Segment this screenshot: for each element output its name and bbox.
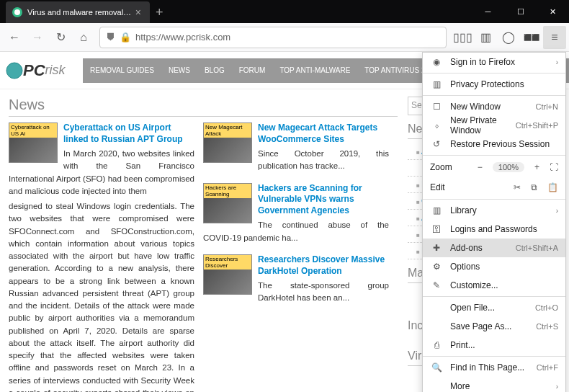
menu-new-private[interactable]: ⬨New Private WindowCtrl+Shift+P xyxy=(423,116,565,135)
article-image[interactable]: Cyberattack on US Ai xyxy=(9,122,58,163)
window-titlebar: Virus and malware removal ins × + ─ ☐ ✕ xyxy=(0,0,569,23)
home-button[interactable]: ⌂ xyxy=(72,26,95,49)
shield-icon[interactable]: ⛊ xyxy=(106,32,115,43)
account-icon: ◉ xyxy=(430,57,443,67)
window-controls: ─ ☐ ✕ xyxy=(472,0,569,23)
logo-icon xyxy=(6,62,23,79)
menu-zoom-row: Zoom−100%+⛶ xyxy=(423,157,565,177)
print-icon: ⎙ xyxy=(430,340,443,350)
dashboard-icon: ▥ xyxy=(430,79,443,89)
menu-separator xyxy=(423,73,565,74)
chevron-right-icon: › xyxy=(556,58,558,66)
shortcut: Ctrl+Shift+A xyxy=(516,244,558,252)
lock-icon[interactable]: 🔒 xyxy=(120,32,131,43)
copy-button[interactable]: ⧉ xyxy=(531,182,537,192)
menu-privacy[interactable]: ▥Privacy Protections xyxy=(423,75,565,94)
image-caption: Researchers Discover xyxy=(204,255,251,270)
image-caption: Cyberattack on US Ai xyxy=(9,123,57,138)
menu-more[interactable]: More› xyxy=(423,377,565,392)
back-button[interactable]: ← xyxy=(3,26,26,49)
firefox-app-menu: ◉Sign in to Firefox› ▥Privacy Protection… xyxy=(422,52,566,392)
menu-separator xyxy=(423,155,565,156)
zoom-in-button[interactable]: + xyxy=(534,162,539,172)
menu-open-file[interactable]: Open File...Ctrl+O xyxy=(423,298,565,317)
new-tab-button[interactable]: + xyxy=(150,1,169,23)
svg-point-2 xyxy=(6,63,22,79)
zoom-value: 100% xyxy=(493,162,524,172)
shortcut: Ctrl+O xyxy=(535,303,558,312)
browser-tab[interactable]: Virus and malware removal ins × xyxy=(6,1,150,23)
account-icon[interactable]: ◯ xyxy=(497,26,520,49)
logo-text-risk: risk xyxy=(45,63,66,78)
menu-addons[interactable]: ✚Add-onsCtrl+Shift+A xyxy=(423,239,565,257)
shortcut: Ctrl+F xyxy=(537,363,558,372)
library-icon: ▥ xyxy=(430,205,443,215)
menu-edit-row: Edit✂⧉📋 xyxy=(423,177,565,197)
shortcut: Ctrl+Shift+P xyxy=(516,121,558,130)
menu-separator xyxy=(423,356,565,357)
nav-antimalware[interactable]: TOP ANTI-MALWARE xyxy=(272,58,357,83)
menu-separator xyxy=(423,296,565,297)
reload-button[interactable]: ↻ xyxy=(49,26,72,49)
news-heading: News xyxy=(9,97,398,117)
chevron-right-icon: › xyxy=(556,207,558,215)
menu-find[interactable]: 🔍Find in This Page...Ctrl+F xyxy=(423,358,565,377)
site-logo[interactable]: PCrisk xyxy=(0,55,83,86)
reader-icon[interactable]: ▯▯▯ xyxy=(451,26,474,49)
menu-new-window[interactable]: ☐New WindowCtrl+N xyxy=(423,97,565,116)
menu-separator xyxy=(423,95,565,96)
menu-restore[interactable]: ↺Restore Previous Session xyxy=(423,135,565,153)
menu-save-page[interactable]: Save Page As...Ctrl+S xyxy=(423,317,565,336)
fullscreen-button[interactable]: ⛶ xyxy=(550,162,558,172)
shortcut: Ctrl+N xyxy=(536,102,558,111)
mask-icon: ⬨ xyxy=(430,120,443,130)
library-icon[interactable]: ▥ xyxy=(474,26,497,49)
menu-signin[interactable]: ◉Sign in to Firefox› xyxy=(423,53,565,71)
key-icon: ⚿ xyxy=(430,224,443,234)
extension-icon[interactable]: ⬛⬛ xyxy=(520,26,543,49)
shortcut: Ctrl+S xyxy=(536,322,558,331)
maximize-button[interactable]: ☐ xyxy=(504,0,537,23)
hamburger-menu-button[interactable]: ≡ xyxy=(543,26,566,49)
cut-button[interactable]: ✂ xyxy=(514,182,521,192)
tab-favicon xyxy=(12,6,23,18)
puzzle-icon: ✚ xyxy=(430,243,443,253)
window-icon: ☐ xyxy=(430,102,443,112)
article-image[interactable]: New Magecart Attack xyxy=(203,122,252,163)
tab-title: Virus and malware removal ins xyxy=(27,8,133,17)
article-image[interactable]: Researchers Discover xyxy=(203,254,252,295)
article-body: designed to steal Windows login credenti… xyxy=(9,200,194,392)
image-caption: Hackers are Scanning xyxy=(204,184,251,198)
menu-print[interactable]: ⎙Print... xyxy=(423,336,565,355)
nav-blog[interactable]: BLOG xyxy=(197,58,232,83)
url-text: https://www.pcrisk.com xyxy=(135,32,230,43)
svg-point-1 xyxy=(14,9,20,15)
menu-customize[interactable]: ✎Customize... xyxy=(423,276,565,295)
close-tab-icon[interactable]: × xyxy=(133,6,144,18)
address-bar[interactable]: ⛊ 🔒 https://www.pcrisk.com xyxy=(99,27,447,48)
close-window-button[interactable]: ✕ xyxy=(537,0,569,23)
gear-icon: ⚙ xyxy=(430,262,443,272)
logo-text-pc: PC xyxy=(23,61,45,80)
search-icon: 🔍 xyxy=(430,362,443,373)
menu-library[interactable]: ▥Library› xyxy=(423,201,565,220)
browser-toolbar: ← → ↻ ⌂ ⛊ 🔒 https://www.pcrisk.com ▯▯▯ ▥… xyxy=(0,23,569,52)
minimize-button[interactable]: ─ xyxy=(472,0,504,23)
main-column: News Cyberattack on US Ai Cyberattack on… xyxy=(9,97,398,392)
restore-icon: ↺ xyxy=(430,139,443,149)
menu-logins[interactable]: ⚿Logins and Passwords xyxy=(423,220,565,239)
nav-removal-guides[interactable]: REMOVAL GUIDES xyxy=(83,58,161,83)
image-caption: New Magecart Attack xyxy=(204,123,251,138)
article-image[interactable]: Hackers are Scanning xyxy=(203,183,252,223)
chevron-right-icon: › xyxy=(556,383,558,391)
brush-icon: ✎ xyxy=(430,280,443,290)
nav-news[interactable]: NEWS xyxy=(161,58,197,83)
nav-forum[interactable]: FORUM xyxy=(232,58,273,83)
menu-options[interactable]: ⚙Options xyxy=(423,257,565,276)
paste-button[interactable]: 📋 xyxy=(547,182,558,192)
menu-separator xyxy=(423,199,565,200)
forward-button[interactable]: → xyxy=(26,26,49,49)
zoom-out-button[interactable]: − xyxy=(478,162,483,172)
